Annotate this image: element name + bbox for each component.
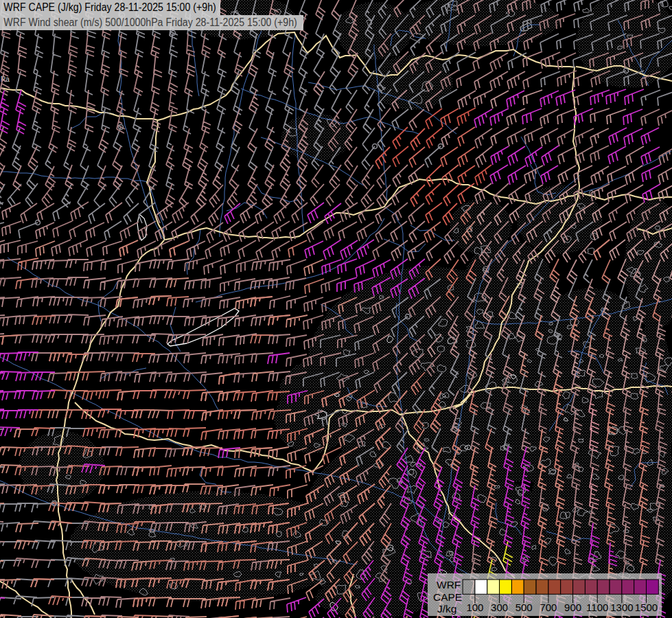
svg-text:WRF: WRF (437, 579, 461, 591)
svg-text:300: 300 (491, 602, 508, 613)
svg-text:J/kg: J/kg (437, 603, 456, 615)
svg-text:100: 100 (466, 602, 483, 613)
svg-text:1300: 1300 (610, 602, 633, 613)
svg-text:1500: 1500 (635, 602, 658, 613)
svg-text:900: 900 (564, 602, 581, 613)
svg-text:500: 500 (515, 602, 533, 613)
svg-text:CAPE: CAPE (433, 591, 462, 603)
svg-text:1100: 1100 (586, 602, 608, 613)
svg-text:700: 700 (540, 602, 557, 613)
